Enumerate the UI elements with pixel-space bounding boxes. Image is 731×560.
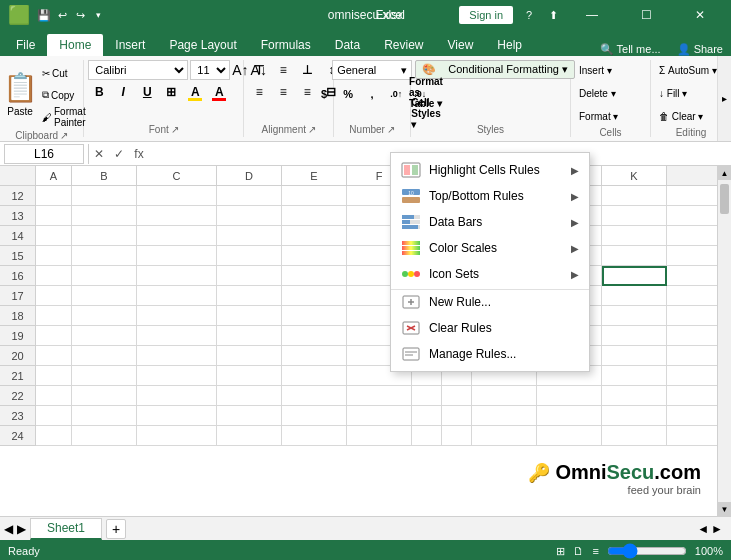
grid-cell[interactable] bbox=[217, 386, 282, 406]
grid-cell[interactable] bbox=[282, 246, 347, 266]
grid-cell[interactable] bbox=[72, 326, 137, 346]
fill-color-button[interactable]: A bbox=[184, 82, 206, 102]
grid-cell[interactable] bbox=[602, 346, 667, 366]
grid-cell[interactable] bbox=[217, 206, 282, 226]
grid-cell[interactable] bbox=[217, 326, 282, 346]
insert-function-icon[interactable]: fx bbox=[129, 144, 149, 164]
paste-button[interactable]: 📋 Paste bbox=[4, 60, 36, 130]
grid-cell[interactable] bbox=[412, 406, 442, 426]
grid-cell[interactable] bbox=[72, 246, 137, 266]
grid-cell[interactable] bbox=[282, 266, 347, 286]
align-left-button[interactable]: ≡ bbox=[248, 82, 270, 102]
grid-cell[interactable] bbox=[217, 186, 282, 206]
grid-cell[interactable] bbox=[72, 286, 137, 306]
grid-cell[interactable] bbox=[72, 366, 137, 386]
col-header-D[interactable]: D bbox=[217, 166, 282, 186]
align-bottom-button[interactable]: ⊥ bbox=[296, 60, 318, 80]
grid-cell[interactable] bbox=[602, 366, 667, 386]
row-header-16[interactable]: 16 bbox=[0, 266, 36, 286]
autosum-button[interactable]: Σ AutoSum ▾ bbox=[655, 60, 721, 81]
scroll-thumb[interactable] bbox=[720, 186, 729, 214]
grid-cell[interactable] bbox=[36, 206, 72, 226]
grid-cell[interactable] bbox=[282, 306, 347, 326]
maximize-button[interactable]: ☐ bbox=[623, 0, 669, 30]
format-cells-button[interactable]: Format ▾ bbox=[575, 106, 622, 127]
grid-cell[interactable] bbox=[137, 186, 217, 206]
grid-cell[interactable] bbox=[347, 426, 412, 446]
grid-cell[interactable] bbox=[72, 306, 137, 326]
number-expand-icon[interactable]: ↗ bbox=[387, 124, 395, 135]
menu-item-databars[interactable]: Data Bars ▶ bbox=[391, 209, 589, 235]
grid-cell[interactable] bbox=[72, 266, 137, 286]
grid-cell[interactable] bbox=[137, 286, 217, 306]
name-box[interactable]: L16 bbox=[4, 144, 84, 164]
italic-button[interactable]: I bbox=[112, 82, 134, 102]
tab-data[interactable]: Data bbox=[323, 34, 372, 56]
insert-cells-button[interactable]: Insert ▾ bbox=[575, 60, 616, 81]
customize-icon[interactable]: ▾ bbox=[90, 7, 106, 23]
view-layout-icon[interactable]: 🗋 bbox=[573, 545, 584, 557]
grid-cell[interactable] bbox=[137, 366, 217, 386]
grid-cell[interactable] bbox=[282, 326, 347, 346]
tab-review[interactable]: Review bbox=[372, 34, 435, 56]
grid-cell[interactable] bbox=[282, 186, 347, 206]
view-pagebreak-icon[interactable]: ≡ bbox=[592, 545, 598, 557]
grid-cell[interactable] bbox=[282, 366, 347, 386]
grid-cell[interactable] bbox=[602, 186, 667, 206]
grid-cell[interactable] bbox=[412, 426, 442, 446]
grid-cell[interactable] bbox=[36, 406, 72, 426]
zoom-slider[interactable] bbox=[607, 543, 687, 559]
sign-in-button[interactable]: Sign in bbox=[459, 6, 513, 24]
delete-cells-button[interactable]: Delete ▾ bbox=[575, 83, 620, 104]
row-header-23[interactable]: 23 bbox=[0, 406, 36, 426]
copy-button[interactable]: ⧉ Copy bbox=[38, 85, 90, 106]
grid-cell[interactable] bbox=[602, 306, 667, 326]
row-header-17[interactable]: 17 bbox=[0, 286, 36, 306]
col-header-C[interactable]: C bbox=[137, 166, 217, 186]
menu-item-iconsets[interactable]: Icon Sets ▶ bbox=[391, 261, 589, 287]
sheet-tab-sheet1[interactable]: Sheet1 bbox=[30, 518, 102, 540]
grid-cell[interactable] bbox=[217, 366, 282, 386]
grid-cell[interactable] bbox=[72, 426, 137, 446]
align-top-button[interactable]: ⊤ bbox=[248, 60, 270, 80]
row-header-24[interactable]: 24 bbox=[0, 426, 36, 446]
menu-item-managerules[interactable]: Manage Rules... bbox=[391, 341, 589, 367]
view-normal-icon[interactable]: ⊞ bbox=[556, 545, 565, 558]
help-icon[interactable]: ? bbox=[521, 7, 537, 23]
fill-button[interactable]: ↓ Fill ▾ bbox=[655, 83, 691, 104]
grid-cell[interactable] bbox=[72, 386, 137, 406]
grid-cell[interactable] bbox=[602, 246, 667, 266]
grid-cell[interactable] bbox=[36, 366, 72, 386]
grid-cell[interactable] bbox=[602, 286, 667, 306]
align-center-button[interactable]: ≡ bbox=[272, 82, 294, 102]
grid-cell[interactable] bbox=[217, 306, 282, 326]
row-header-20[interactable]: 20 bbox=[0, 346, 36, 366]
add-sheet-button[interactable]: + bbox=[106, 519, 126, 539]
grid-cell[interactable] bbox=[442, 406, 472, 426]
grid-cell[interactable] bbox=[442, 426, 472, 446]
save-icon[interactable]: 💾 bbox=[36, 7, 52, 23]
nav-right-button[interactable]: ▶ bbox=[17, 522, 26, 536]
grid-cell[interactable] bbox=[72, 346, 137, 366]
grid-cell[interactable] bbox=[217, 426, 282, 446]
clear-button[interactable]: 🗑 Clear ▾ bbox=[655, 106, 707, 127]
format-painter-button[interactable]: 🖌 Format Painter bbox=[38, 107, 90, 128]
grid-cell[interactable] bbox=[72, 406, 137, 426]
grid-cell[interactable] bbox=[137, 406, 217, 426]
row-header-15[interactable]: 15 bbox=[0, 246, 36, 266]
grid-cell[interactable] bbox=[137, 426, 217, 446]
row-header-12[interactable]: 12 bbox=[0, 186, 36, 206]
undo-icon[interactable]: ↩ bbox=[54, 7, 70, 23]
grid-cell[interactable] bbox=[602, 406, 667, 426]
grid-cell[interactable] bbox=[282, 386, 347, 406]
grid-cell[interactable] bbox=[217, 226, 282, 246]
grid-cell[interactable] bbox=[602, 206, 667, 226]
bold-button[interactable]: B bbox=[88, 82, 110, 102]
ribbon-toggle-icon[interactable]: ⬆ bbox=[545, 7, 561, 23]
menu-item-clearrules[interactable]: Clear Rules bbox=[391, 315, 589, 341]
row-header-19[interactable]: 19 bbox=[0, 326, 36, 346]
row-header-14[interactable]: 14 bbox=[0, 226, 36, 246]
grid-cell[interactable] bbox=[537, 386, 602, 406]
grid-cell[interactable] bbox=[72, 206, 137, 226]
grid-cell[interactable] bbox=[137, 266, 217, 286]
